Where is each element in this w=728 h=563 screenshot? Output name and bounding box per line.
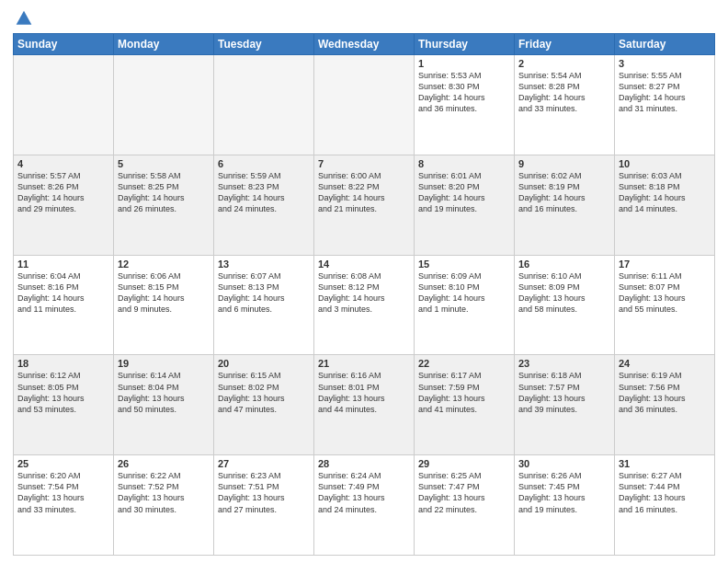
calendar-cell: 8Sunrise: 6:01 AM Sunset: 8:20 PM Daylig… [415,155,515,255]
calendar-cell [314,55,415,155]
day-info: Sunrise: 6:01 AM Sunset: 8:20 PM Dayligh… [418,170,510,215]
calendar-cell: 11Sunrise: 6:04 AM Sunset: 8:16 PM Dayli… [14,255,114,355]
calendar-week-4: 25Sunrise: 6:20 AM Sunset: 7:54 PM Dayli… [14,455,715,556]
day-info: Sunrise: 6:22 AM Sunset: 7:52 PM Dayligh… [118,470,210,515]
day-header-saturday: Saturday [615,34,715,55]
calendar-cell: 23Sunrise: 6:18 AM Sunset: 7:57 PM Dayli… [515,355,615,455]
day-info: Sunrise: 6:14 AM Sunset: 8:04 PM Dayligh… [118,370,210,415]
day-info: Sunrise: 6:26 AM Sunset: 7:45 PM Dayligh… [518,470,610,515]
day-number: 14 [318,259,410,270]
day-info: Sunrise: 6:20 AM Sunset: 7:54 PM Dayligh… [17,470,109,515]
day-number: 24 [619,358,711,369]
calendar-cell: 13Sunrise: 6:07 AM Sunset: 8:13 PM Dayli… [214,255,314,355]
calendar-cell: 25Sunrise: 6:20 AM Sunset: 7:54 PM Dayli… [14,455,114,556]
day-number: 13 [218,259,310,270]
calendar-cell: 5Sunrise: 5:58 AM Sunset: 8:25 PM Daylig… [114,155,214,255]
calendar-cell: 27Sunrise: 6:23 AM Sunset: 7:51 PM Dayli… [214,455,314,556]
logo-icon [15,9,33,28]
day-header-tuesday: Tuesday [214,34,314,55]
day-info: Sunrise: 6:15 AM Sunset: 8:02 PM Dayligh… [218,370,310,415]
day-number: 8 [418,158,510,169]
day-info: Sunrise: 6:09 AM Sunset: 8:10 PM Dayligh… [418,270,510,316]
day-info: Sunrise: 6:18 AM Sunset: 7:57 PM Dayligh… [518,370,610,415]
day-header-monday: Monday [114,34,214,55]
calendar-cell: 17Sunrise: 6:11 AM Sunset: 8:07 PM Dayli… [615,255,715,355]
calendar: SundayMondayTuesdayWednesdayThursdayFrid… [13,33,715,556]
day-info: Sunrise: 6:03 AM Sunset: 8:18 PM Dayligh… [619,170,711,215]
day-number: 2 [518,58,610,69]
calendar-cell: 2Sunrise: 5:54 AM Sunset: 8:28 PM Daylig… [515,55,615,155]
day-header-sunday: Sunday [14,34,114,55]
day-number: 4 [17,158,109,169]
day-number: 20 [218,358,310,369]
calendar-cell: 24Sunrise: 6:19 AM Sunset: 7:56 PM Dayli… [615,355,715,455]
day-number: 19 [118,358,210,369]
day-info: Sunrise: 6:24 AM Sunset: 7:49 PM Dayligh… [318,470,410,515]
calendar-cell: 16Sunrise: 6:10 AM Sunset: 8:09 PM Dayli… [515,255,615,355]
day-info: Sunrise: 5:57 AM Sunset: 8:26 PM Dayligh… [17,170,109,215]
calendar-cell: 21Sunrise: 6:16 AM Sunset: 8:01 PM Dayli… [314,355,415,455]
day-header-thursday: Thursday [415,34,515,55]
day-info: Sunrise: 6:16 AM Sunset: 8:01 PM Dayligh… [318,370,410,415]
day-number: 1 [418,58,510,69]
calendar-cell: 28Sunrise: 6:24 AM Sunset: 7:49 PM Dayli… [314,455,415,556]
day-number: 22 [418,358,510,369]
day-info: Sunrise: 6:00 AM Sunset: 8:22 PM Dayligh… [318,170,410,215]
day-info: Sunrise: 5:55 AM Sunset: 8:27 PM Dayligh… [619,70,711,115]
day-number: 5 [118,158,210,169]
day-info: Sunrise: 6:12 AM Sunset: 8:05 PM Dayligh… [17,370,109,415]
day-number: 18 [17,358,109,369]
calendar-cell: 3Sunrise: 5:55 AM Sunset: 8:27 PM Daylig… [615,55,715,155]
calendar-cell: 10Sunrise: 6:03 AM Sunset: 8:18 PM Dayli… [615,155,715,255]
day-info: Sunrise: 5:59 AM Sunset: 8:23 PM Dayligh… [218,170,310,215]
day-header-friday: Friday [515,34,615,55]
calendar-cell: 26Sunrise: 6:22 AM Sunset: 7:52 PM Dayli… [114,455,214,556]
calendar-cell: 20Sunrise: 6:15 AM Sunset: 8:02 PM Dayli… [214,355,314,455]
day-info: Sunrise: 6:19 AM Sunset: 7:56 PM Dayligh… [619,370,711,415]
calendar-cell: 4Sunrise: 5:57 AM Sunset: 8:26 PM Daylig… [14,155,114,255]
day-info: Sunrise: 6:04 AM Sunset: 8:16 PM Dayligh… [17,270,109,316]
day-number: 30 [518,458,610,469]
calendar-header-row: SundayMondayTuesdayWednesdayThursdayFrid… [14,34,715,55]
day-info: Sunrise: 5:54 AM Sunset: 8:28 PM Dayligh… [518,70,610,115]
calendar-cell: 15Sunrise: 6:09 AM Sunset: 8:10 PM Dayli… [415,255,515,355]
day-number: 10 [619,158,711,169]
day-number: 27 [218,458,310,469]
day-info: Sunrise: 6:25 AM Sunset: 7:47 PM Dayligh… [418,470,510,515]
day-info: Sunrise: 6:23 AM Sunset: 7:51 PM Dayligh… [218,470,310,515]
page: SundayMondayTuesdayWednesdayThursdayFrid… [0,0,728,563]
calendar-cell: 9Sunrise: 6:02 AM Sunset: 8:19 PM Daylig… [515,155,615,255]
day-info: Sunrise: 6:10 AM Sunset: 8:09 PM Dayligh… [518,270,610,316]
day-info: Sunrise: 6:11 AM Sunset: 8:07 PM Dayligh… [619,270,711,316]
day-info: Sunrise: 6:27 AM Sunset: 7:44 PM Dayligh… [619,470,711,515]
calendar-cell: 18Sunrise: 6:12 AM Sunset: 8:05 PM Dayli… [14,355,114,455]
day-header-wednesday: Wednesday [314,34,415,55]
day-number: 21 [318,358,410,369]
calendar-cell: 6Sunrise: 5:59 AM Sunset: 8:23 PM Daylig… [214,155,314,255]
day-info: Sunrise: 6:06 AM Sunset: 8:15 PM Dayligh… [118,270,210,316]
day-info: Sunrise: 6:08 AM Sunset: 8:12 PM Dayligh… [318,270,410,316]
calendar-week-0: 1Sunrise: 5:53 AM Sunset: 8:30 PM Daylig… [14,55,715,155]
calendar-cell: 19Sunrise: 6:14 AM Sunset: 8:04 PM Dayli… [114,355,214,455]
day-number: 15 [418,259,510,270]
calendar-cell [14,55,114,155]
day-number: 9 [518,158,610,169]
calendar-cell [214,55,314,155]
day-number: 11 [17,259,109,270]
day-number: 7 [318,158,410,169]
logo [13,9,33,28]
day-number: 28 [318,458,410,469]
calendar-cell: 14Sunrise: 6:08 AM Sunset: 8:12 PM Dayli… [314,255,415,355]
calendar-cell [114,55,214,155]
calendar-cell: 7Sunrise: 6:00 AM Sunset: 8:22 PM Daylig… [314,155,415,255]
calendar-cell: 12Sunrise: 6:06 AM Sunset: 8:15 PM Dayli… [114,255,214,355]
day-number: 12 [118,259,210,270]
day-number: 23 [518,358,610,369]
day-number: 17 [619,259,711,270]
calendar-cell: 22Sunrise: 6:17 AM Sunset: 7:59 PM Dayli… [415,355,515,455]
day-number: 31 [619,458,711,469]
day-info: Sunrise: 5:53 AM Sunset: 8:30 PM Dayligh… [418,70,510,115]
day-info: Sunrise: 6:07 AM Sunset: 8:13 PM Dayligh… [218,270,310,316]
svg-marker-0 [17,11,32,25]
day-number: 16 [518,259,610,270]
